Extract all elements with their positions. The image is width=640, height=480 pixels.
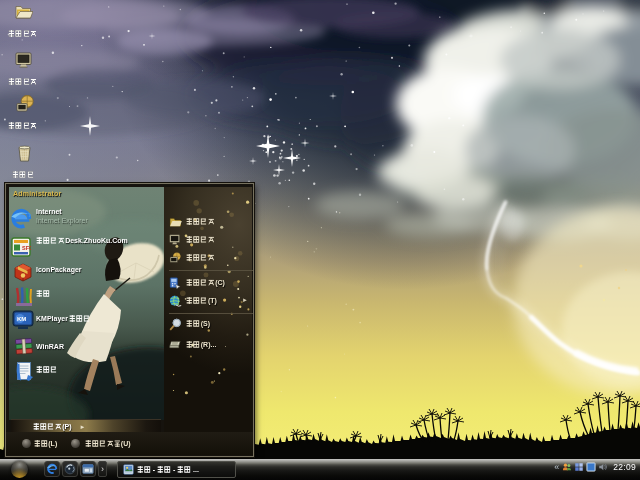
svg-text:KM: KM: [17, 316, 26, 322]
svg-text:SFC: SFC: [22, 245, 31, 251]
